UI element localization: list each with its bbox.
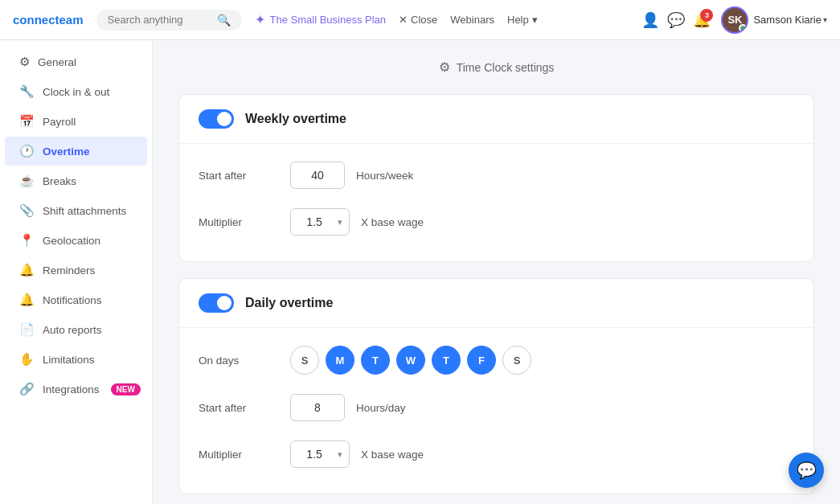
- weekly-multiplier-input[interactable]: [291, 208, 338, 236]
- plan-selector[interactable]: ✦ The Small Business Plan: [255, 12, 387, 27]
- daily-overtime-body: On days SMTWTFS Start after Hours/day Mu…: [179, 328, 813, 494]
- daily-start-after-label: Start after: [199, 402, 279, 414]
- daily-multiplier-input[interactable]: [291, 440, 338, 468]
- sidebar-item-limitations[interactable]: ✋ Limitations: [5, 345, 147, 374]
- search-input[interactable]: [108, 14, 212, 26]
- username-label[interactable]: Samson Kiarie: [753, 14, 822, 26]
- weekly-overtime-card: Weekly overtime Start after Hours/week M…: [178, 94, 814, 262]
- webinars-link[interactable]: Webinars: [450, 14, 494, 26]
- sidebar-icon-general: ⚙: [19, 55, 30, 69]
- daily-multiplier-dropdown-icon[interactable]: ▾: [338, 449, 349, 460]
- sidebar-label-limitations: Limitations: [43, 354, 95, 366]
- sidebar-label-shift-attachments: Shift attachments: [43, 205, 126, 217]
- weekly-start-after-row: Start after Hours/week: [199, 152, 794, 199]
- sidebar-icon-notifications: 🔔: [19, 293, 35, 307]
- sidebar-item-reminders[interactable]: 🔔 Reminders: [5, 256, 147, 285]
- sidebar-label-reminders: Reminders: [43, 264, 95, 277]
- sidebar-icon-geolocation: 📍: [19, 233, 35, 248]
- day-circle-3[interactable]: W: [396, 346, 425, 375]
- main-content: ⚙ Time Clock settings Weekly overtime St…: [153, 40, 840, 504]
- notification-badge: 3: [700, 9, 713, 22]
- sidebar-icon-payroll: 📅: [19, 114, 35, 129]
- day-circle-4[interactable]: T: [432, 346, 461, 375]
- day-circle-6[interactable]: S: [502, 346, 531, 375]
- sidebar-label-payroll: Payroll: [43, 116, 76, 128]
- day-circle-1[interactable]: M: [326, 346, 354, 375]
- chat-support-icon: 💬: [797, 461, 817, 480]
- sidebar-item-shift-attachments[interactable]: 📎 Shift attachments: [5, 196, 147, 225]
- daily-multiplier-unit: X base wage: [361, 449, 424, 461]
- sidebar-item-auto-reports[interactable]: 📄 Auto reports: [5, 315, 147, 344]
- sidebar-item-integrations[interactable]: 🔗 Integrations NEW: [5, 375, 147, 404]
- sidebar-icon-breaks: ☕: [19, 174, 35, 188]
- weekly-multiplier-label: Multiplier: [199, 216, 279, 228]
- day-circle-0[interactable]: S: [290, 346, 319, 375]
- weekly-start-after-unit: Hours/week: [356, 170, 413, 182]
- sidebar-icon-integrations: 🔗: [19, 382, 35, 396]
- chat-icon: 💬: [667, 11, 685, 29]
- weekly-overtime-toggle[interactable]: [199, 109, 234, 129]
- top-navigation: connecteam 🔍 ✦ The Small Business Plan ✕…: [0, 0, 840, 40]
- online-indicator: [739, 24, 747, 32]
- daily-multiplier-row: Multiplier ▾ X base wage: [199, 431, 794, 477]
- weekly-overtime-header: Weekly overtime: [179, 95, 813, 144]
- help-label: Help: [507, 14, 529, 26]
- weekly-overtime-body: Start after Hours/week Multiplier ▾ X ba…: [179, 144, 813, 261]
- weekly-multiplier-select-wrap[interactable]: ▾: [290, 208, 350, 236]
- weekly-multiplier-unit: X base wage: [361, 216, 424, 228]
- sidebar-item-overtime[interactable]: 🕐 Overtime: [5, 137, 147, 166]
- daily-start-after-input[interactable]: [290, 394, 345, 421]
- daily-on-days-label: On days: [199, 354, 279, 367]
- person-icon-btn[interactable]: 👤: [637, 7, 663, 33]
- sidebar-icon-clock-in-out: 🔧: [19, 84, 35, 99]
- chat-support-button[interactable]: 💬: [789, 453, 824, 488]
- help-chevron-icon: ▾: [532, 14, 538, 26]
- sidebar-label-overtime: Overtime: [43, 145, 90, 158]
- sidebar-item-notifications[interactable]: 🔔 Notifications: [5, 285, 147, 314]
- sidebar-item-general[interactable]: ⚙ General: [5, 47, 147, 76]
- avatar[interactable]: SK: [721, 6, 748, 34]
- bell-icon-btn[interactable]: 🔔 3: [689, 7, 715, 33]
- sidebar-label-clock-in-out: Clock in & out: [43, 86, 109, 98]
- daily-overtime-toggle[interactable]: [199, 293, 234, 313]
- username-chevron-icon[interactable]: ▾: [823, 15, 827, 24]
- sidebar-icon-overtime: 🕐: [19, 144, 35, 158]
- sidebar-label-integrations: Integrations: [43, 383, 100, 395]
- daily-on-days-row: On days SMTWTFS: [199, 336, 794, 384]
- close-label: Close: [411, 14, 437, 26]
- weekly-multiplier-row: Multiplier ▾ X base wage: [199, 199, 794, 245]
- sidebar-icon-auto-reports: 📄: [19, 322, 35, 337]
- search-icon: 🔍: [217, 14, 231, 27]
- daily-multiplier-label: Multiplier: [199, 449, 279, 461]
- page-title: Time Clock settings: [457, 61, 555, 74]
- day-circle-5[interactable]: F: [467, 346, 496, 375]
- sidebar-item-geolocation[interactable]: 📍 Geolocation: [5, 226, 147, 255]
- daily-overtime-card: Daily overtime On days SMTWTFS Start aft…: [178, 278, 814, 494]
- daily-overtime-header: Daily overtime: [179, 279, 813, 328]
- sidebar-label-general: General: [38, 56, 76, 68]
- chat-icon-btn[interactable]: 💬: [663, 7, 689, 33]
- person-icon: 👤: [641, 11, 659, 29]
- sidebar-item-clock-in-out[interactable]: 🔧 Clock in & out: [5, 77, 147, 106]
- new-badge: NEW: [111, 383, 141, 395]
- sidebar-label-auto-reports: Auto reports: [43, 324, 102, 336]
- app-logo: connecteam: [13, 13, 84, 27]
- sidebar-label-breaks: Breaks: [43, 175, 76, 187]
- daily-start-after-unit: Hours/day: [356, 402, 406, 414]
- weekly-start-after-input[interactable]: [290, 162, 345, 189]
- daily-multiplier-select-wrap[interactable]: ▾: [290, 440, 350, 468]
- search-bar[interactable]: 🔍: [96, 10, 242, 31]
- sidebar: ⚙ General 🔧 Clock in & out 📅 Payroll 🕐 O…: [0, 40, 153, 504]
- plan-label: The Small Business Plan: [270, 14, 387, 26]
- help-menu[interactable]: Help ▾: [507, 14, 538, 26]
- weekly-multiplier-dropdown-icon[interactable]: ▾: [338, 217, 349, 227]
- main-layout: ⚙ General 🔧 Clock in & out 📅 Payroll 🕐 O…: [0, 40, 840, 504]
- day-circle-2[interactable]: T: [361, 346, 390, 375]
- sidebar-icon-reminders: 🔔: [19, 263, 35, 277]
- sidebar-item-breaks[interactable]: ☕ Breaks: [5, 166, 147, 195]
- sidebar-item-payroll[interactable]: 📅 Payroll: [5, 107, 147, 136]
- close-button[interactable]: ✕ Close: [399, 14, 437, 26]
- daily-start-after-row: Start after Hours/day: [199, 384, 794, 431]
- daily-overtime-title: Daily overtime: [245, 296, 333, 310]
- close-icon: ✕: [399, 14, 408, 26]
